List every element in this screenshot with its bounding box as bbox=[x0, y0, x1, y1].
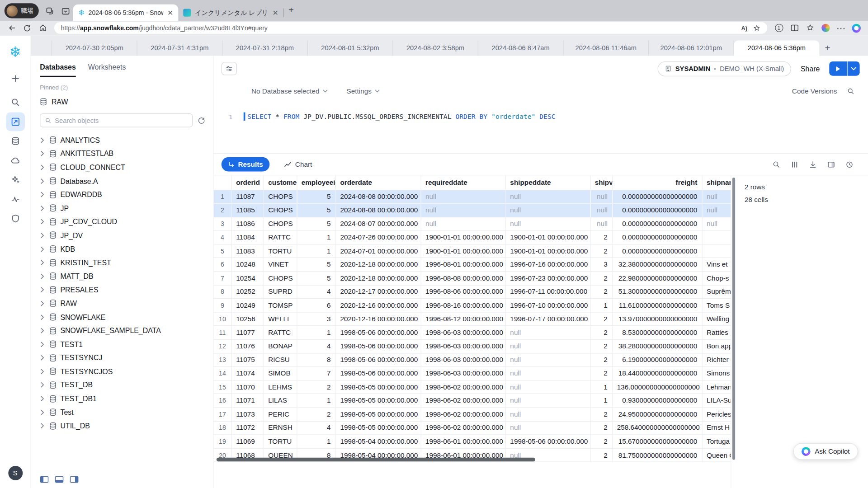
browser-essentials-icon[interactable] bbox=[818, 22, 833, 34]
home-icon[interactable] bbox=[35, 22, 50, 34]
table-cell[interactable]: Lehman bbox=[702, 380, 731, 394]
row-number-cell[interactable]: 16 bbox=[214, 394, 231, 408]
table-cell[interactable]: 10249 bbox=[231, 299, 264, 312]
table-cell[interactable]: 2 bbox=[590, 421, 612, 435]
table-row[interactable]: 111087CHOPS52024-08-08 00:00:00.000nulln… bbox=[214, 190, 731, 203]
url-bar[interactable]: https://app.snowflake.com/jugdhon/cdata_… bbox=[54, 22, 767, 34]
table-cell[interactable]: PERIC bbox=[264, 408, 297, 421]
table-row[interactable]: 511083TORTU12024-07-01 00:00:00.0001900-… bbox=[214, 244, 731, 258]
table-cell[interactable]: 0.000000000000000000 bbox=[612, 217, 702, 230]
vertical-scrollbar[interactable] bbox=[731, 175, 736, 488]
table-cell[interactable]: 11083 bbox=[231, 244, 264, 258]
chart-toggle[interactable]: Chart bbox=[284, 160, 312, 168]
results-toggle[interactable]: Results bbox=[222, 157, 270, 172]
table-cell[interactable]: 10254 bbox=[231, 272, 264, 285]
table-cell[interactable]: 0.930000000000000000 bbox=[612, 394, 702, 408]
table-cell[interactable]: 2024-07-01 00:00:00.000 bbox=[335, 244, 421, 258]
table-cell[interactable]: 2 bbox=[590, 312, 612, 326]
chevron-right-icon[interactable] bbox=[40, 423, 45, 429]
table-cell[interactable]: null bbox=[505, 408, 590, 421]
table-cell[interactable]: 11069 bbox=[231, 435, 264, 448]
table-cell[interactable]: 1998-05-05 00:00:00.000 bbox=[335, 421, 421, 435]
table-cell[interactable]: LILA-Su bbox=[702, 394, 731, 408]
table-cell[interactable]: TORTU bbox=[264, 435, 297, 448]
table-cell[interactable]: 11072 bbox=[231, 421, 264, 435]
refresh-objects-icon[interactable] bbox=[198, 117, 205, 124]
table-cell[interactable]: 2024-08-08 00:00:00.000 bbox=[335, 203, 421, 217]
chevron-right-icon[interactable] bbox=[40, 137, 45, 143]
table-row[interactable]: 710254CHOPS52020-12-18 00:00:00.0001996-… bbox=[214, 272, 731, 285]
table-cell[interactable]: RATTC bbox=[264, 326, 297, 339]
table-row[interactable]: 411084RATTC12024-07-26 00:00:00.0001900-… bbox=[214, 230, 731, 244]
new-worksheet-button[interactable]: + bbox=[819, 40, 836, 56]
table-cell[interactable]: 1996-07-17 00:00:00.000 bbox=[505, 312, 590, 326]
table-row[interactable]: 910249TOMSP62020-12-16 00:00:00.0001996-… bbox=[214, 299, 731, 312]
table-cell[interactable]: 1998-06-02 00:00:00.000 bbox=[421, 408, 505, 421]
columns-icon[interactable] bbox=[791, 160, 799, 168]
table-cell[interactable]: 2 bbox=[590, 326, 612, 339]
sql-code-line[interactable]: SELECT * FROM JP_DV.PUBLIC.MSSQL_ORDERS_… bbox=[244, 113, 556, 121]
pinned-item-raw[interactable]: RAW bbox=[31, 94, 213, 109]
close-tab-icon[interactable]: ✕ bbox=[167, 9, 173, 17]
back-icon[interactable] bbox=[5, 22, 19, 34]
column-header[interactable]: freight bbox=[612, 175, 702, 190]
table-cell[interactable]: 11074 bbox=[231, 366, 264, 380]
table-cell[interactable]: Bon app bbox=[702, 339, 731, 353]
table-cell[interactable]: null bbox=[505, 203, 590, 217]
table-row[interactable]: 1010256WELLI32020-12-16 00:00:00.0001996… bbox=[214, 312, 731, 326]
table-cell[interactable]: Richter bbox=[702, 353, 731, 366]
filters-button[interactable] bbox=[222, 62, 237, 75]
table-cell[interactable]: 4 bbox=[297, 285, 335, 299]
table-cell[interactable]: 1998-06-02 00:00:00.000 bbox=[421, 380, 505, 394]
table-cell[interactable]: null bbox=[590, 203, 612, 217]
table-cell[interactable]: Ernst H bbox=[702, 421, 731, 435]
marketplace-nav-icon[interactable] bbox=[6, 170, 25, 189]
code-versions-link[interactable]: Code Versions bbox=[792, 87, 837, 95]
table-cell[interactable]: 2 bbox=[590, 244, 612, 258]
table-cell[interactable]: null bbox=[505, 326, 590, 339]
table-cell[interactable]: 81.750000000000000000 bbox=[612, 448, 702, 462]
close-tab-icon[interactable]: ✕ bbox=[273, 9, 278, 17]
table-cell[interactable]: 2 bbox=[590, 435, 612, 448]
tab-worksheets[interactable]: Worksheets bbox=[88, 63, 126, 77]
table-cell[interactable]: null bbox=[505, 421, 590, 435]
table-cell[interactable]: 1998-06-03 00:00:00.000 bbox=[421, 339, 505, 353]
table-cell[interactable]: 38.280000000000000000 bbox=[612, 339, 702, 353]
column-header[interactable]: customerid bbox=[264, 175, 297, 190]
database-tree-item[interactable]: ANKITTESTLAB bbox=[31, 147, 213, 160]
table-row[interactable]: 311086CHOPS52024-08-07 00:00:00.000nulln… bbox=[214, 217, 731, 230]
database-tree-item[interactable]: KDB bbox=[31, 242, 213, 256]
chevron-right-icon[interactable] bbox=[40, 409, 45, 415]
table-cell[interactable]: 1998-05-05 00:00:00.000 bbox=[335, 408, 421, 421]
table-row[interactable]: 1611071LILAS11998-05-05 00:00:00.0001998… bbox=[214, 394, 731, 408]
row-number-cell[interactable]: 7 bbox=[214, 272, 231, 285]
table-cell[interactable]: 1 bbox=[590, 299, 612, 312]
row-number-cell[interactable]: 2 bbox=[214, 203, 231, 217]
read-aloud-icon[interactable]: A) bbox=[741, 24, 747, 31]
worksheet-tab[interactable]: 2024-07-30 2:05pm bbox=[52, 40, 137, 56]
table-cell[interactable]: null bbox=[590, 190, 612, 203]
chevron-right-icon[interactable] bbox=[40, 382, 45, 388]
table-cell[interactable]: 0.000000000000000000 bbox=[612, 190, 702, 203]
table-cell[interactable]: 4 bbox=[297, 339, 335, 353]
table-cell[interactable]: null bbox=[702, 203, 731, 217]
table-cell[interactable]: 10248 bbox=[231, 258, 264, 272]
table-cell[interactable]: 5 bbox=[297, 203, 335, 217]
table-cell[interactable]: Toms S bbox=[702, 299, 731, 312]
table-cell[interactable]: 2 bbox=[297, 380, 335, 394]
table-cell[interactable]: 2024-08-08 00:00:00.000 bbox=[335, 190, 421, 203]
database-tree-item[interactable]: SNOWFLAKE_SAMPLE_DATA bbox=[31, 324, 213, 338]
row-number-cell[interactable]: 13 bbox=[214, 353, 231, 366]
table-cell[interactable]: ERNSH bbox=[264, 421, 297, 435]
download-icon[interactable] bbox=[809, 160, 817, 168]
table-cell[interactable]: 1996-08-01 00:00:00.000 bbox=[421, 258, 505, 272]
table-cell[interactable]: null bbox=[702, 217, 731, 230]
column-header[interactable]: shipvia bbox=[590, 175, 612, 190]
table-cell[interactable]: null bbox=[590, 217, 612, 230]
table-cell[interactable]: 11071 bbox=[231, 394, 264, 408]
refresh-icon[interactable] bbox=[20, 22, 34, 34]
worksheet-tab[interactable]: 2024-08-06 8:47am bbox=[478, 40, 564, 56]
table-row[interactable]: 610248VINET52020-12-18 00:00:00.0001996-… bbox=[214, 258, 731, 272]
table-cell[interactable]: 1900-01-01 00:00:00.000 bbox=[505, 230, 590, 244]
table-cell[interactable]: 1998-05-06 00:00:00.000 bbox=[335, 366, 421, 380]
